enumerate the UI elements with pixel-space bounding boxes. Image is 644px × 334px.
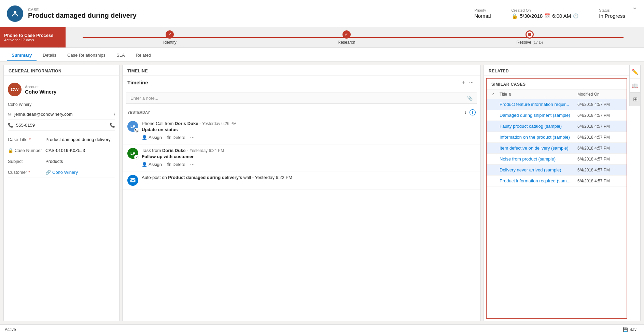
case-title-6[interactable]: Delivery never arrived (sample) (500, 167, 577, 172)
field-row-case-number: 🔒 Case Number CAS-01019-K0Z5J3 (8, 145, 115, 156)
process-bar: Phone to Case Process Active for 17 days… (0, 27, 644, 48)
tab-summary[interactable]: Summary (7, 50, 37, 61)
tl-actions-1: 👤 Assign 🗑 Delete ··· (142, 134, 476, 141)
more-button-2[interactable]: ··· (190, 162, 195, 168)
similar-case-row[interactable]: Product feature information requir... 6/… (487, 99, 627, 110)
case-date-0: 6/4/2018 4:57 PM (577, 102, 622, 107)
assign-button-1[interactable]: 👤 Assign (142, 134, 162, 141)
case-number-value: CAS-01019-K0Z5J3 (45, 148, 115, 153)
sc-table-header: ✓ Title ⇅ Modified On (487, 90, 627, 99)
case-title-2[interactable]: Faulty product catalog (sample) (500, 124, 577, 129)
status-active: Active (5, 327, 16, 332)
case-title-0[interactable]: Product feature information requir... (500, 102, 577, 107)
tl-body-1: Phone Call from Doris Duke - Yesterday 6… (142, 121, 476, 141)
case-title-4[interactable]: Item defective on delivery (sample) (500, 145, 577, 151)
sort-icon: ⇅ (508, 92, 512, 97)
task-badge-icon: ✓ (134, 155, 139, 159)
sort-down-icon[interactable]: ↓ (464, 109, 467, 115)
priority-field: Priority Normal (474, 8, 491, 19)
status-field: Status In Progress (599, 8, 625, 19)
account-info: Account Coho Winery (25, 85, 56, 95)
similar-cases-header: SIMILAR CASES (487, 79, 627, 90)
case-title-3[interactable]: Information on the product (sample) (500, 135, 577, 140)
header-title-block: CASE Product damaged during delivery (28, 8, 137, 19)
tab-sla[interactable]: SLA (112, 50, 130, 61)
header-fields: Priority Normal Created On 🔒 5/30/2018 📅… (474, 8, 625, 19)
case-title-label: Case Title * (8, 137, 45, 142)
timeline-item-phone-call: LP 📞 Phone Call from Doris Duke - Yester… (123, 117, 480, 144)
process-label: Phone to Case Process Active for 17 days (0, 27, 58, 47)
tab-related[interactable]: Related (131, 50, 156, 61)
edit-panel-icon[interactable]: ✏️ (630, 65, 641, 79)
case-date-5: 6/4/2018 4:57 PM (577, 157, 622, 162)
timeline-item-task: LP ✓ Task from Doris Duke - Yesterday 6:… (123, 144, 480, 171)
phone-action-icon[interactable]: 📞 (110, 123, 115, 128)
date-section-icons: ↓ i (464, 109, 476, 115)
priority-value: Normal (474, 13, 491, 19)
note-placeholder: Enter a note... (130, 96, 158, 101)
grid-icon[interactable]: ⊞ (630, 93, 641, 106)
save-icon: 💾 (623, 327, 628, 332)
timeline-date-section: YESTERDAY ↓ i (123, 107, 480, 117)
timeline-item-autopost: Auto-post on Product damaged during deli… (123, 171, 480, 190)
case-label: CASE (28, 8, 137, 12)
timeline-add-button[interactable]: + (460, 79, 467, 86)
field-row-customer: Customer * 🔗 Coho Winery (8, 167, 115, 178)
similar-case-row[interactable]: Product information required (sam... 6/4… (487, 176, 627, 186)
created-on-value: 🔒 5/30/2018 📅 6:00 AM 🕐 (512, 13, 579, 19)
assign-button-2[interactable]: 👤 Assign (142, 161, 162, 168)
case-title-1[interactable]: Damaged during shipment (sample) (500, 113, 577, 118)
case-date-6: 6/4/2018 4:57 PM (577, 168, 622, 172)
email-action-icon[interactable]: ⟩ (113, 112, 115, 117)
delete-button-1[interactable]: 🗑 Delete (167, 134, 185, 141)
save-button[interactable]: 💾 Sav (620, 326, 639, 333)
process-step-research[interactable]: ✓ Research (338, 30, 355, 45)
case-date-3: 6/4/2018 4:57 PM (577, 135, 622, 140)
similar-case-row[interactable]: Delivery never arrived (sample) 6/4/2018… (487, 165, 627, 176)
delete-button-2[interactable]: 🗑 Delete (167, 161, 185, 168)
calendar-icon[interactable]: 📅 (545, 13, 550, 18)
process-step-identify[interactable]: ✓ Identify (163, 30, 177, 45)
clock-icon[interactable]: 🕐 (573, 13, 578, 18)
similar-case-row[interactable]: Damaged during shipment (sample) 6/4/201… (487, 110, 627, 121)
customer-value[interactable]: 🔗 Coho Winery (45, 170, 115, 175)
customer-label: Customer * (8, 170, 45, 175)
svg-rect-1 (130, 178, 136, 182)
header-chevron-icon[interactable]: ⌄ (632, 3, 637, 11)
book-icon[interactable]: 📖 (630, 79, 641, 93)
case-number-label: 🔒 Case Number (8, 148, 45, 153)
cw-avatar: CW (8, 83, 22, 96)
timeline-panel: TIMELINE Timeline + ··· Enter a note... … (122, 65, 481, 321)
similar-cases-container: SIMILAR CASES ✓ Title ⇅ Modified On Prod… (486, 78, 627, 319)
more-button-1[interactable]: ··· (190, 135, 195, 141)
case-title-7[interactable]: Product information required (sam... (500, 178, 577, 183)
case-date-4: 6/4/2018 4:57 PM (577, 146, 622, 151)
timeline-note-input[interactable]: Enter a note... 📎 (126, 93, 477, 104)
svg-point-0 (14, 11, 16, 14)
delete-icon-2: 🗑 (167, 162, 171, 167)
account-name[interactable]: Coho Winery (25, 89, 56, 95)
page-title: Product damaged during delivery (28, 12, 137, 19)
case-title-5[interactable]: Noise from product (sample) (500, 156, 577, 162)
similar-case-row[interactable]: Noise from product (sample) 6/4/2018 4:5… (487, 154, 627, 165)
phone-value: 555-0159 (16, 123, 107, 128)
timeline-more-button[interactable]: ··· (467, 79, 476, 86)
process-title: Phone to Case Process (4, 33, 54, 38)
timeline-toolbar: Timeline + ··· (123, 76, 480, 89)
tab-case-relationships[interactable]: Case Relationships (62, 50, 110, 61)
process-sub: Active for 17 days (4, 38, 54, 42)
similar-cases-rows: Product feature information requir... 6/… (487, 99, 627, 186)
similar-case-row[interactable]: Faulty product catalog (sample) 6/4/2018… (487, 121, 627, 132)
email-icon: ✉ (8, 112, 12, 117)
similar-case-row[interactable]: Item defective on delivery (sample) 6/4/… (487, 143, 627, 154)
similar-case-row[interactable]: Information on the product (sample) 6/4/… (487, 132, 627, 143)
attachment-icon[interactable]: 📎 (467, 96, 473, 101)
process-step-resolve[interactable]: Resolve (17 D) (517, 30, 543, 45)
related-panel: RELATED SIMILAR CASES ✓ Title ⇅ Modified… (484, 65, 641, 321)
sc-title-header[interactable]: Title ⇅ (500, 92, 577, 97)
tab-details[interactable]: Details (38, 50, 61, 61)
phone-row: 📞 555-0159 📞 (8, 120, 115, 131)
info-icon[interactable]: i (470, 109, 476, 115)
process-steps: ✓ Identify ✓ Research Resolve (17 D) (66, 30, 644, 45)
tabs-bar: Summary Details Case Relationships SLA R… (0, 48, 644, 61)
